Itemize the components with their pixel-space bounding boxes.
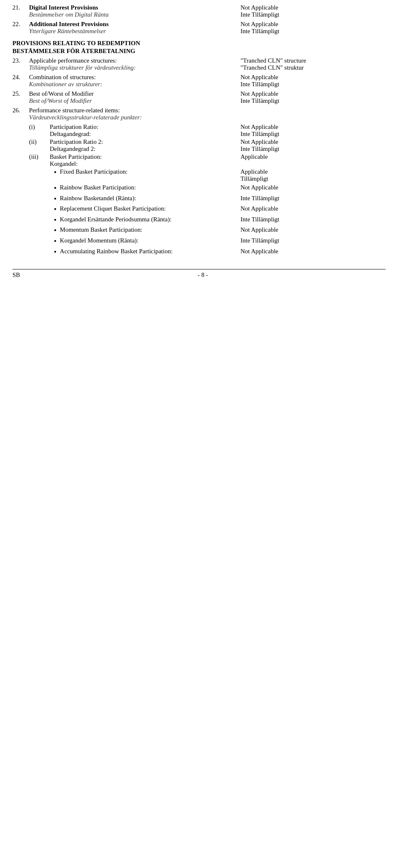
bullet-subvalue-0: Tillämpligt <box>240 175 386 182</box>
bullet-char-3: • <box>54 205 56 214</box>
footer-left: SB <box>12 272 20 279</box>
item-25-row: 25.Best of/Worst of Modifier Best of/Wor… <box>12 90 386 106</box>
item-22-row: 22.Additional Interest Provisions Ytterl… <box>12 21 386 36</box>
bullet-char-6: • <box>54 237 56 246</box>
sub-i-label: Participation Ratio: <box>50 124 232 131</box>
bullet-char-5: • <box>54 226 56 235</box>
sub-iii-right: Applicable <box>236 153 386 167</box>
item-22-number: 22. <box>12 21 29 28</box>
item-21-label: Digital Interest Provisions <box>29 4 232 11</box>
item-25-right: Not Applicable Inte Tillämpligt <box>236 90 386 106</box>
bullet-value-0: Applicable <box>240 168 386 175</box>
sub-iii-roman: (iii) <box>29 153 50 160</box>
sub-ii-left: (ii)Participation Ratio 2: Deltagandegra… <box>12 138 236 153</box>
bullet-label-0: Fixed Basket Participation: <box>60 168 127 175</box>
sub-iii-value: Applicable <box>240 153 386 160</box>
sub-i-sublabel: Deltagandegrad: <box>29 131 232 138</box>
sub-ii-sublabel: Deltagandegrad 2: <box>29 145 232 153</box>
sub-i-subvalue: Inte Tillämpligt <box>240 131 386 138</box>
sub-i-left: (i)Participation Ratio: Deltagandegrad: <box>12 124 236 138</box>
item-24-right: Not Applicable Inte Tillämpligt <box>236 74 386 90</box>
item-23-subvalue: "Tranched CLN" struktur <box>240 64 386 71</box>
item-25-left: 25.Best of/Worst of Modifier Best of/Wor… <box>12 90 236 106</box>
item-24-sublabel: Kombinationer av strukturer: <box>29 81 232 88</box>
item-23-number: 23. <box>12 57 29 64</box>
item-22-value: Not Applicable <box>240 21 386 28</box>
bullet-value-6: Inte Tillämpligt <box>240 237 386 244</box>
item-24-row: 24.Combination of structures: Kombinatio… <box>12 74 386 90</box>
sub-iii-label: Basket Participation: <box>50 153 232 160</box>
item-22-left: 22.Additional Interest Provisions Ytterl… <box>12 21 236 36</box>
item-23-sublabel: Tillämpliga strukturer för värdeutveckli… <box>29 64 232 71</box>
item-21-subvalue: Inte Tillämpligt <box>240 11 386 18</box>
item-22-subvalue: Inte Tillämpligt <box>240 28 386 35</box>
sub-iii-left: (iii)Basket Participation: Korgandel: <box>12 153 236 167</box>
item-22-label: Additional Interest Provisions <box>29 21 232 28</box>
bullet-value-3: Not Applicable <box>240 205 386 212</box>
sub-iii-row: (iii)Basket Participation: Korgandel: Ap… <box>12 153 386 167</box>
item-21-sublabel: Bestämmelser om Digital Ränta <box>29 11 232 18</box>
sub-iii-sublabel: Korgandel: <box>29 160 232 167</box>
item-26-label: Performance structure-related items: <box>29 107 232 114</box>
sub-ii-subvalue: Inte Tillämpligt <box>240 145 386 153</box>
item-21-number: 21. <box>12 4 29 11</box>
bullet-label-7: Accumulating Rainbow Basket Participatio… <box>60 248 172 255</box>
bullet-label-4: Korgandel Ersättande Periodsumma (Ränta)… <box>60 216 171 223</box>
bullet-label-2: Rainbow Basketandel (Ränta): <box>60 195 136 202</box>
item-26-row: 26.Performance structure-related items: … <box>12 107 386 123</box>
sub-ii-row: (ii)Participation Ratio 2: Deltagandegra… <box>12 138 386 153</box>
footer-center: - 8 - <box>198 272 208 279</box>
bullet-row-6: •Korgandel Momentum (Ränta):Inte Tillämp… <box>12 237 386 246</box>
bullet-row-4: •Korgandel Ersättande Periodsumma (Ränta… <box>12 216 386 225</box>
footer: SB - 8 - <box>12 269 386 279</box>
item-21-row: 21.Digital Interest Provisions Bestämmel… <box>12 4 386 20</box>
bullet-char-1: • <box>54 184 56 193</box>
bullet-row-0: •Fixed Basket Participation:ApplicableTi… <box>12 168 386 182</box>
item-21-value: Not Applicable <box>240 4 386 11</box>
provisions-subheading: BESTÄMMELSER FÖR ÅTERBETALNING <box>12 48 386 55</box>
bullet-char-2: • <box>54 195 56 204</box>
bullet-row-2: •Rainbow Basketandel (Ränta):Inte Tilläm… <box>12 195 386 204</box>
item-25-subvalue: Inte Tillämpligt <box>240 97 386 104</box>
item-26-sublabel: Värdeutvecklingsstruktur-relaterade punk… <box>29 114 232 121</box>
bullet-value-1: Not Applicable <box>240 184 386 191</box>
sub-ii-label: Participation Ratio 2: <box>50 138 232 145</box>
item-24-subvalue: Inte Tillämpligt <box>240 81 386 88</box>
bullet-label-6: Korgandel Momentum (Ränta): <box>60 237 138 244</box>
bullet-row-1: •Rainbow Basket Participation:Not Applic… <box>12 184 386 193</box>
bullet-value-4: Inte Tillämpligt <box>240 216 386 223</box>
item-24-value: Not Applicable <box>240 74 386 81</box>
bullet-value-7: Not Applicable <box>240 248 386 255</box>
bullet-label-3: Replacement Cliquet Basket Participation… <box>60 205 165 212</box>
bullet-value-5: Not Applicable <box>240 226 386 233</box>
bullet-char-0: • <box>54 168 56 177</box>
bullet-row-3: •Replacement Cliquet Basket Participatio… <box>12 205 386 214</box>
bullet-value-2: Inte Tillämpligt <box>240 195 386 202</box>
sub-ii-value: Not Applicable <box>240 138 386 145</box>
item-22-sublabel: Ytterligare Räntebestämmelser <box>29 28 232 35</box>
bullet-list: •Fixed Basket Participation:ApplicableTi… <box>12 168 386 257</box>
sub-ii-right: Not Applicable Inte Tillämpligt <box>236 138 386 153</box>
item-26-right <box>236 107 386 123</box>
item-25-value: Not Applicable <box>240 90 386 97</box>
sub-i-roman: (i) <box>29 124 50 131</box>
item-23-row: 23.Applicable performance structures: Ti… <box>12 57 386 73</box>
sub-i-value: Not Applicable <box>240 124 386 131</box>
provisions-heading: PROVISIONS RELATING TO REDEMPTION <box>12 40 386 47</box>
item-26-left: 26.Performance structure-related items: … <box>12 107 236 123</box>
item-26-number: 26. <box>12 107 29 114</box>
sub-ii-roman: (ii) <box>29 138 50 145</box>
bullet-label-5: Momentum Basket Participation: <box>60 226 142 233</box>
item-25-sublabel: Best of/Worst of Modifier <box>29 97 232 104</box>
item-21-left: 21.Digital Interest Provisions Bestämmel… <box>12 4 236 20</box>
item-23-label: Applicable performance structures: <box>29 57 232 64</box>
item-24-left: 24.Combination of structures: Kombinatio… <box>12 74 236 90</box>
item-24-label: Combination of structures: <box>29 74 232 81</box>
bullet-row-5: •Momentum Basket Participation:Not Appli… <box>12 226 386 235</box>
item-22-right: Not Applicable Inte Tillämpligt <box>236 21 386 36</box>
sub-i-row: (i)Participation Ratio: Deltagandegrad: … <box>12 124 386 138</box>
bullet-row-7: •Accumulating Rainbow Basket Participati… <box>12 248 386 257</box>
sub-i-right: Not Applicable Inte Tillämpligt <box>236 124 386 138</box>
item-25-number: 25. <box>12 90 29 97</box>
item-23-right: "Tranched CLN" structure "Tranched CLN" … <box>236 57 386 73</box>
